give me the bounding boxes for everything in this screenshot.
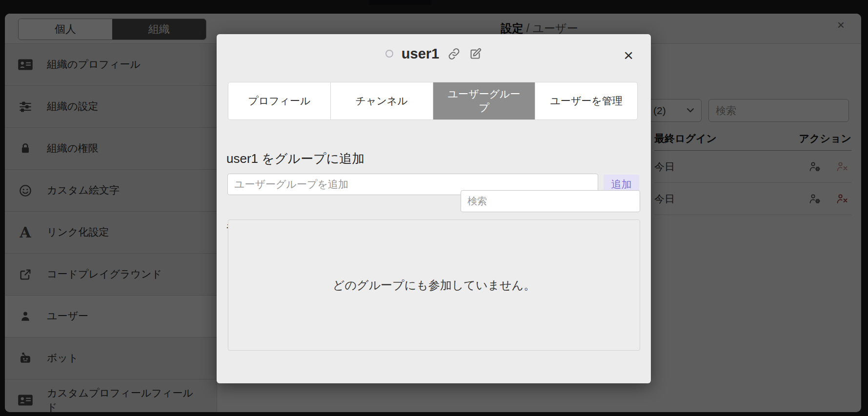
link-icon[interactable] bbox=[447, 47, 461, 60]
presence-circle-icon bbox=[385, 50, 393, 58]
groups-search-input[interactable] bbox=[461, 190, 640, 212]
tab-label: ユーザーを管理 bbox=[550, 94, 622, 108]
modal-tabs: プロフィール チャンネル ユーザーグループ ユーザーを管理 bbox=[228, 82, 638, 120]
add-to-groups-heading: user1 をグループに追加 bbox=[226, 150, 364, 167]
modal-title-row: user1 bbox=[217, 34, 651, 73]
tab-manage-user[interactable]: ユーザーを管理 bbox=[535, 82, 637, 119]
tab-channels[interactable]: チャンネル bbox=[331, 82, 433, 119]
modal-close-icon[interactable]: × bbox=[624, 47, 633, 63]
tab-label: ユーザーグループ bbox=[446, 87, 523, 115]
tab-profile[interactable]: プロフィール bbox=[228, 82, 331, 119]
modal-user-name: user1 bbox=[402, 46, 439, 62]
edit-icon[interactable] bbox=[469, 47, 482, 60]
tab-label: プロフィール bbox=[248, 94, 310, 108]
user-profile-modal: user1 × プロフィール チャンネル ユーザーグループ ユーザーを管理 us… bbox=[217, 34, 651, 383]
tab-label: チャンネル bbox=[355, 94, 407, 108]
empty-groups-message: どのグループにも参加していません。 bbox=[333, 277, 535, 293]
tab-user-groups[interactable]: ユーザーグループ bbox=[433, 82, 536, 119]
joined-groups-panel: どのグループにも参加していません。 bbox=[228, 219, 640, 351]
